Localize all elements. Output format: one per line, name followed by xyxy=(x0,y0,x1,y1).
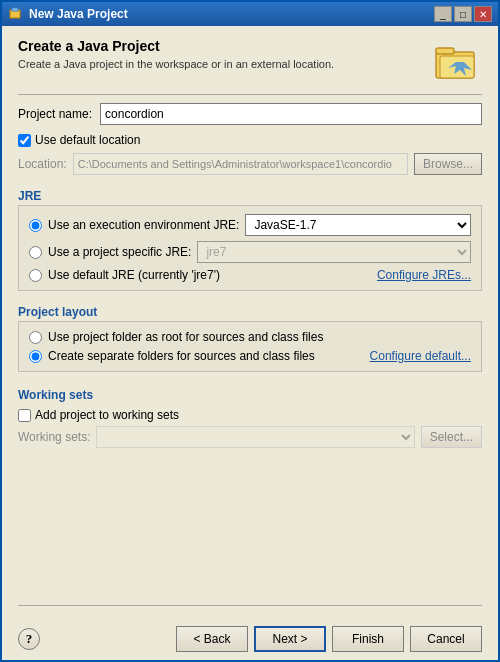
maximize-button[interactable]: □ xyxy=(454,6,472,22)
project-layout-section: Project layout Use project folder as roo… xyxy=(18,299,482,372)
configure-jres-link[interactable]: Configure JREs... xyxy=(377,268,471,282)
working-sets-selector-row: Working sets: Select... xyxy=(18,426,482,448)
jre-section: JRE Use an execution environment JRE: Ja… xyxy=(18,183,482,291)
jre-options: Use an execution environment JRE: JavaSE… xyxy=(18,205,482,291)
working-sets-label: Working sets: xyxy=(18,430,90,444)
location-input xyxy=(73,153,408,175)
add-working-sets-checkbox[interactable] xyxy=(18,409,31,422)
dialog-header: Create a Java Project Create a Java proj… xyxy=(18,38,482,95)
jre-default-radio[interactable] xyxy=(29,269,42,282)
use-default-label: Use default location xyxy=(35,133,140,147)
jre-env-radio[interactable] xyxy=(29,219,42,232)
action-buttons: < Back Next > Finish Cancel xyxy=(176,626,482,652)
window-controls: _ □ ✕ xyxy=(434,6,492,22)
add-working-sets-label: Add project to working sets xyxy=(35,408,179,422)
location-section: Use default location Location: Browse... xyxy=(18,133,482,175)
location-row: Location: Browse... xyxy=(18,153,482,175)
working-sets-section: Working sets Add project to working sets… xyxy=(18,382,482,448)
dialog-title: Create a Java Project xyxy=(18,38,334,54)
title-bar: New Java Project _ □ ✕ xyxy=(2,2,498,26)
minimize-button[interactable]: _ xyxy=(434,6,452,22)
jre-project-label: Use a project specific JRE: xyxy=(48,245,191,259)
window-title: New Java Project xyxy=(29,7,128,21)
jre-section-header: JRE xyxy=(18,189,482,203)
dialog-subtitle: Create a Java project in the workspace o… xyxy=(18,58,334,70)
help-button[interactable]: ? xyxy=(18,628,40,650)
use-default-checkbox[interactable] xyxy=(18,134,31,147)
jre-project-select[interactable]: jre7 xyxy=(197,241,471,263)
help-area: ? xyxy=(18,628,40,650)
layout-project-radio[interactable] xyxy=(29,331,42,344)
working-sets-header: Working sets xyxy=(18,388,482,402)
cancel-button[interactable]: Cancel xyxy=(410,626,482,652)
jre-env-label: Use an execution environment JRE: xyxy=(48,218,239,232)
jre-option1-row: Use an execution environment JRE: JavaSE… xyxy=(29,214,471,236)
window-icon xyxy=(8,6,24,22)
window: New Java Project _ □ ✕ Create a Java Pro… xyxy=(0,0,500,662)
close-button[interactable]: ✕ xyxy=(474,6,492,22)
working-sets-select[interactable] xyxy=(96,426,414,448)
select-working-sets-button[interactable]: Select... xyxy=(421,426,482,448)
main-content: Create a Java Project Create a Java proj… xyxy=(2,26,498,618)
project-layout-header: Project layout xyxy=(18,305,482,319)
location-label: Location: xyxy=(18,157,67,171)
project-layout-options: Use project folder as root for sources a… xyxy=(18,321,482,372)
project-name-label: Project name: xyxy=(18,107,92,121)
browse-button[interactable]: Browse... xyxy=(414,153,482,175)
project-name-input[interactable] xyxy=(100,103,482,125)
layout-option1-row: Use project folder as root for sources a… xyxy=(29,330,471,344)
back-button[interactable]: < Back xyxy=(176,626,248,652)
add-to-working-sets-row: Add project to working sets xyxy=(18,408,482,422)
layout-separate-label: Create separate folders for sources and … xyxy=(48,349,315,363)
layout-option2-row: Create separate folders for sources and … xyxy=(29,349,471,363)
bottom-divider xyxy=(18,605,482,606)
jre-default-label: Use default JRE (currently 'jre7') xyxy=(48,268,220,282)
svg-rect-3 xyxy=(436,48,454,54)
svg-rect-1 xyxy=(12,8,18,11)
header-icon xyxy=(434,38,482,86)
jre-env-select[interactable]: JavaSE-1.7 xyxy=(245,214,471,236)
layout-project-label: Use project folder as root for sources a… xyxy=(48,330,323,344)
jre-option2-row: Use a project specific JRE: jre7 xyxy=(29,241,471,263)
jre-project-radio[interactable] xyxy=(29,246,42,259)
use-default-location-row: Use default location xyxy=(18,133,482,147)
next-button[interactable]: Next > xyxy=(254,626,326,652)
project-name-section: Project name: xyxy=(18,103,482,125)
header-text: Create a Java Project Create a Java proj… xyxy=(18,38,334,70)
project-name-row: Project name: xyxy=(18,103,482,125)
configure-default-link[interactable]: Configure default... xyxy=(370,349,471,363)
finish-button[interactable]: Finish xyxy=(332,626,404,652)
layout-separate-radio[interactable] xyxy=(29,350,42,363)
bottom-bar: ? < Back Next > Finish Cancel xyxy=(2,618,498,660)
jre-option3-row: Use default JRE (currently 'jre7') Confi… xyxy=(29,268,471,282)
